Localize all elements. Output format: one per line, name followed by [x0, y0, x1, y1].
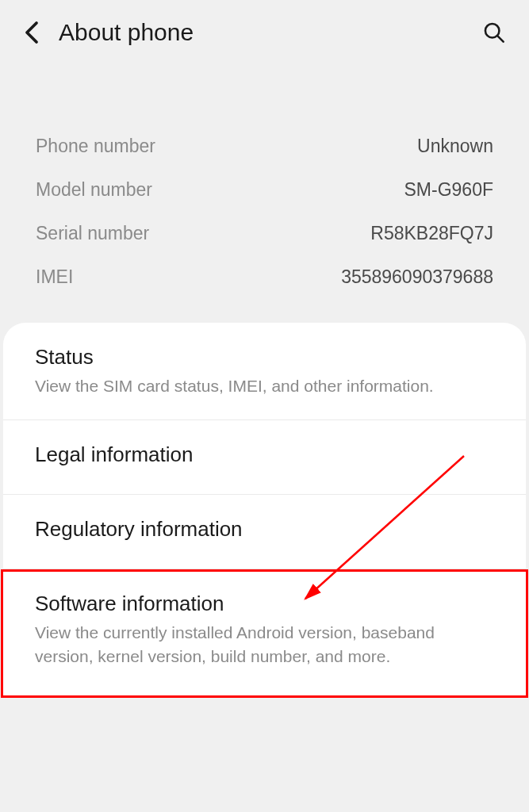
page-title: About phone [59, 19, 483, 46]
serial-number-value: R58KB28FQ7J [370, 223, 493, 244]
model-number-value: SM-G960F [404, 179, 493, 201]
software-subtitle: View the currently installed Android ver… [35, 621, 494, 668]
phone-number-row[interactable]: Phone number Unknown [36, 124, 493, 168]
search-button[interactable] [483, 21, 505, 44]
regulatory-information-item[interactable]: Regulatory information [3, 495, 526, 569]
search-icon [483, 21, 505, 44]
software-title: Software information [35, 592, 494, 616]
settings-card: Status View the SIM card status, IMEI, a… [3, 323, 526, 698]
imei-label: IMEI [36, 266, 73, 288]
chevron-left-icon [24, 21, 40, 44]
model-number-label: Model number [36, 179, 152, 201]
svg-line-1 [498, 36, 504, 42]
back-button[interactable] [24, 21, 40, 44]
imei-value: 355896090379688 [341, 266, 493, 288]
legal-information-item[interactable]: Legal information [3, 420, 526, 495]
model-number-row[interactable]: Model number SM-G960F [36, 168, 493, 212]
header: About phone [0, 0, 529, 65]
legal-title: Legal information [35, 442, 494, 467]
regulatory-title: Regulatory information [35, 517, 494, 542]
software-information-item[interactable]: Software information View the currently … [1, 569, 528, 698]
device-info-section: Phone number Unknown Model number SM-G96… [0, 97, 529, 323]
phone-number-label: Phone number [36, 136, 155, 157]
serial-number-row[interactable]: Serial number R58KB28FQ7J [36, 212, 493, 255]
phone-number-value: Unknown [417, 136, 493, 157]
serial-number-label: Serial number [36, 223, 149, 244]
imei-row[interactable]: IMEI 355896090379688 [36, 255, 493, 299]
status-title: Status [35, 345, 494, 370]
status-item[interactable]: Status View the SIM card status, IMEI, a… [3, 323, 526, 420]
status-subtitle: View the SIM card status, IMEI, and othe… [35, 374, 494, 397]
